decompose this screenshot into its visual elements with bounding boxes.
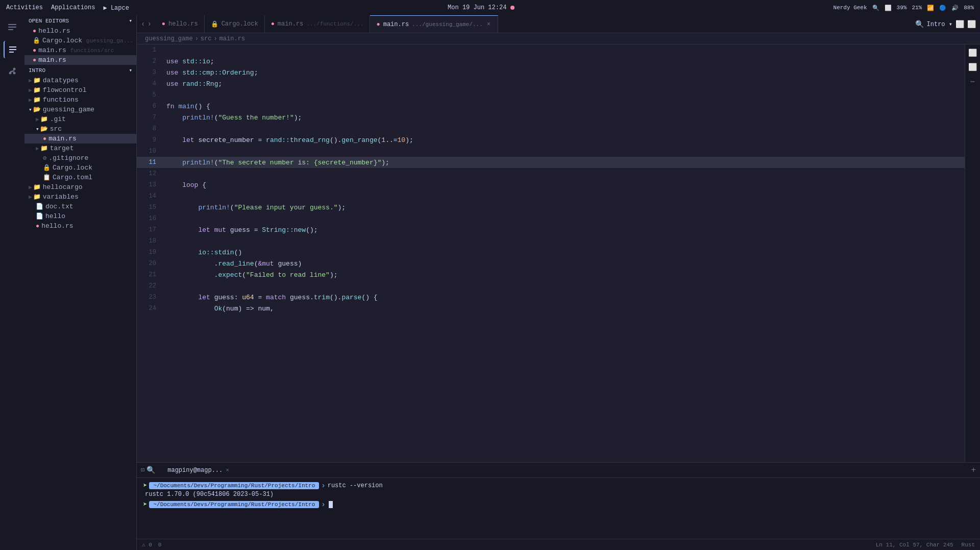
- terminal-add-button[interactable]: +: [971, 466, 976, 475]
- folder-open-icon: 📂: [40, 125, 48, 133]
- activity-new[interactable]: [4, 19, 21, 37]
- file-icon: ⚙: [43, 154, 46, 162]
- file-icon: 📋: [43, 174, 51, 181]
- tree-main-rs[interactable]: ● main.rs: [24, 134, 136, 144]
- search-in-terminal[interactable]: 🔍: [146, 466, 155, 474]
- code-line: 3 use std::cmp::Ordering;: [137, 67, 965, 78]
- open-file-label: hello.rs: [38, 27, 70, 35]
- open-editors-header[interactable]: Open Editors ▾: [24, 15, 136, 26]
- more-options[interactable]: ⋯: [967, 75, 979, 87]
- tree-flowcontrol[interactable]: ▶ 📁 flowcontrol: [24, 85, 136, 95]
- tab-main-functions[interactable]: ● main.rs .../functions/...: [265, 15, 371, 33]
- tree-src[interactable]: ▾ 📂 src: [24, 124, 136, 134]
- applications-menu[interactable]: Applications: [51, 4, 95, 12]
- breadcrumb-sep2: ›: [213, 35, 217, 42]
- tree-git[interactable]: ▶ 📁 .git: [24, 114, 136, 124]
- search-topbar-icon[interactable]: 🔍: [872, 5, 879, 11]
- tab-hello[interactable]: ● hello.rs: [156, 15, 205, 33]
- terminal-tab[interactable]: magpiny@magp... ×: [163, 466, 233, 475]
- terminal-output: rustc 1.70.0 (90c541806 2023-05-31): [145, 491, 974, 498]
- tab-main-guessing[interactable]: ● main.rs .../guessing_game/... ×: [370, 15, 498, 33]
- file-rs-icon: ●: [43, 135, 46, 142]
- tab-search-label: Intro ▾: [927, 20, 952, 28]
- folder-icon: 📁: [33, 96, 41, 104]
- breadcrumb-sep1: ›: [195, 35, 199, 42]
- code-line: 4 use rand::Rng;: [137, 78, 965, 89]
- activity-source-control[interactable]: [4, 62, 21, 80]
- code-line: 17 let mut guess = String::new();: [137, 224, 965, 235]
- main-container: Open Editors ▾ ● hello.rs 🔒 Cargo.lock g…: [0, 15, 980, 550]
- tab-cargolock[interactable]: 🔒 Cargo.lock: [205, 15, 265, 33]
- tree-item-label: Cargo.toml: [53, 174, 92, 181]
- folder-icon: 📁: [33, 183, 41, 191]
- minimap-toggle[interactable]: ⬜: [967, 46, 979, 59]
- tab-label: main.rs: [278, 20, 303, 28]
- window-icon[interactable]: ⬜: [885, 5, 892, 11]
- code-line: 9 let secrete_number = rand::thread_rng(…: [137, 134, 965, 146]
- status-bar: ⚠ 0 0 Ln 11, Col 57, Char 245 Rust: [137, 539, 980, 550]
- breadcrumb-src[interactable]: src: [201, 35, 212, 42]
- tree-hello[interactable]: 📄 hello: [24, 211, 136, 221]
- tree-hellocargo[interactable]: ▶ 📁 hellocargo: [24, 182, 136, 192]
- network-icon: 📶: [927, 5, 934, 11]
- code-line: 14: [137, 190, 965, 202]
- tree-variables[interactable]: ▶ 📁 variables: [24, 192, 136, 202]
- activities-menu[interactable]: Activities: [6, 4, 43, 12]
- split-editor[interactable]: ⬜: [967, 61, 979, 73]
- open-file-label: Cargo.lock guessing_ga...: [42, 37, 133, 44]
- tree-doc-txt[interactable]: 📄 doc.txt: [24, 202, 136, 211]
- sidebar-toggle-left[interactable]: ⬜: [955, 20, 964, 29]
- workspace-header[interactable]: Intro ▾: [24, 65, 136, 76]
- editor-area: ‹ › ● hello.rs 🔒 Cargo.lock ● main.rs ..…: [137, 15, 980, 550]
- tab-icon: ●: [271, 20, 275, 28]
- folder-icon: 📁: [33, 77, 41, 84]
- status-left: ⚠ 0 0: [142, 541, 161, 548]
- open-file-main-guessing[interactable]: ● main.rs: [24, 55, 136, 65]
- tab-close[interactable]: ×: [486, 21, 492, 28]
- tree-target[interactable]: ▶ 📁 target: [24, 144, 136, 153]
- tree-item-label: guessing_game: [43, 106, 94, 113]
- open-file-hello[interactable]: ● hello.rs: [24, 26, 136, 36]
- file-icon: 🔒: [43, 164, 51, 172]
- cursor-position: Ln 11, Col 57, Char 245: [876, 542, 953, 548]
- tree-hello-rs[interactable]: ● hello.rs: [24, 221, 136, 231]
- tree-cargo-toml[interactable]: 📋 Cargo.toml: [24, 173, 136, 182]
- open-file-cargolock[interactable]: 🔒 Cargo.lock guessing_ga...: [24, 36, 136, 45]
- prompt-arrow: ➤: [143, 500, 147, 509]
- terminal-prompt-1: ➤ ~/Documents/Devs/Programming/Rust/Proj…: [143, 481, 974, 490]
- terminal-close[interactable]: ×: [226, 467, 229, 473]
- code-line: 2 use std::io;: [137, 56, 965, 67]
- code-line: 24 Ok(num) => num,: [137, 303, 965, 314]
- code-line: 16: [137, 213, 965, 224]
- workspace-arrow: ▾: [129, 67, 132, 74]
- tree-datatypes[interactable]: ▶ 📁 datatypes: [24, 76, 136, 85]
- datetime: Mon 19 Jun 12:24: [448, 4, 506, 11]
- code-line: 18: [137, 235, 965, 247]
- breadcrumb: guessing_game › src › main.rs: [137, 33, 980, 44]
- nav-forward[interactable]: ›: [147, 20, 151, 28]
- breadcrumb-mainrs[interactable]: main.rs: [219, 35, 245, 42]
- terminal-tab-bar: ⊡ 🔍 magpiny@magp... × +: [137, 463, 980, 478]
- terminal-content: ➤ ~/Documents/Devs/Programming/Rust/Proj…: [137, 478, 980, 539]
- tree-cargo-lock[interactable]: 🔒 Cargo.lock: [24, 163, 136, 173]
- tree-functions[interactable]: ▶ 📁 functions: [24, 95, 136, 105]
- svg-rect-1: [8, 27, 16, 28]
- search-icon[interactable]: 🔍: [915, 20, 924, 29]
- tree-item-label: Cargo.lock: [53, 164, 92, 172]
- file-rs-icon2: ●: [36, 223, 39, 230]
- activity-explorer[interactable]: [4, 41, 21, 58]
- code-line: 23 let guess: u64 = match guess.trim().p…: [137, 292, 965, 303]
- code-editor[interactable]: 1 2 use std::io; 3 use std::cmp::Orderin…: [137, 44, 965, 462]
- breadcrumb-guessing[interactable]: guessing_game: [145, 35, 193, 42]
- sidebar-toggle-right[interactable]: ⬜: [967, 20, 976, 29]
- folder-icon: 📁: [40, 145, 48, 152]
- tree-gitignore[interactable]: ⚙ .gitignore: [24, 153, 136, 163]
- folder-icon: 📁: [33, 193, 41, 201]
- code-line: 19 io::stdin(): [137, 247, 965, 258]
- nav-back[interactable]: ‹: [141, 20, 145, 28]
- open-file-main-functions[interactable]: ● main.rs functions/src: [24, 45, 136, 55]
- tree-guessing-game[interactable]: ▾ 📂 guessing_game: [24, 105, 136, 114]
- tab-bar: ‹ › ● hello.rs 🔒 Cargo.lock ● main.rs ..…: [137, 15, 980, 33]
- lapce-menu[interactable]: ▶ Lapce: [103, 4, 129, 12]
- open-editors-arrow: ▾: [129, 17, 132, 24]
